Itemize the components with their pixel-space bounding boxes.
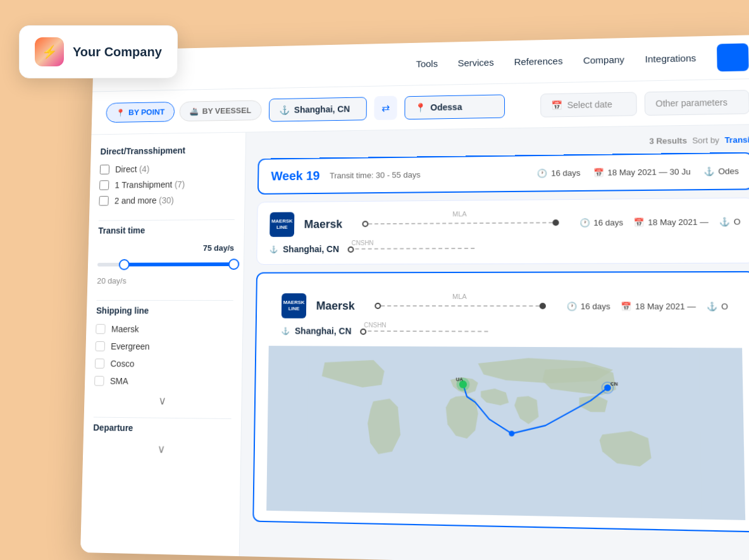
filter-1-transhipment: 1 Transhipment (7) [99, 179, 235, 190]
shipping-sma: SMA [94, 376, 232, 387]
route-visualization-2: MLA [374, 303, 545, 309]
filter-2-and-more: 2 and more (30) [99, 195, 235, 205]
transit-info: Transit time: 30 - 55 days [330, 170, 421, 180]
shipping-evergreen: Evergreen [96, 341, 233, 352]
week-destination: ⚓ Odes [703, 166, 739, 176]
results-area: 3 Results Sort by Transit Week 19 Transi… [240, 125, 749, 560]
origin-field[interactable]: ⚓ Shanghai, CN [268, 97, 366, 121]
route-card-1[interactable]: MAERSK LINE Maersk MLA [256, 198, 749, 265]
anchor-icon-r2: ⚓ [707, 301, 717, 311]
slider-thumb-min[interactable] [119, 259, 130, 270]
week-meta: 🕐 16 days 📅 18 May 2021 — 30 Ju ⚓ Odes [537, 166, 739, 178]
nav-cta-button[interactable] [717, 43, 749, 71]
route-header-1: MAERSK LINE Maersk MLA [269, 209, 741, 237]
anchor-icon-week: ⚓ [703, 167, 714, 176]
shipping-filter: Shipping line Maersk Evergreen Cosco SMA [94, 306, 233, 409]
divider-2 [97, 300, 233, 301]
route-code-2: MLA [452, 293, 467, 300]
shipping-maersk: Maersk [96, 324, 233, 334]
tab-by-vessel[interactable]: 🚢 BY VEESSEL [179, 100, 261, 121]
divider-1 [99, 219, 235, 221]
route-dates-2: 📅 18 May 2021 — [621, 301, 696, 311]
slider-max-value: 75 day/s [98, 243, 235, 253]
shipping-collapse[interactable]: ∨ [94, 393, 232, 408]
route-end-node-2 [539, 303, 545, 309]
main-content: Direct/Transshipment Direct (4) 1 Transh… [80, 125, 749, 560]
results-header: 3 Results Sort by Transit [258, 135, 749, 151]
route-dest-1: ⚓ O [719, 217, 741, 226]
route-start-node-2 [374, 303, 381, 309]
sma-checkbox[interactable] [94, 376, 104, 386]
route-dates-1: 📅 18 May 2021 — [634, 217, 709, 227]
carrier-logo-2: MAERSK LINE [282, 293, 307, 319]
browser-window: Tools Services References Company Integr… [80, 35, 749, 560]
destination-field[interactable]: 📍 Odessa [404, 94, 505, 119]
anchor-icon: ⚓ [279, 105, 290, 115]
route-card-2[interactable]: MAERSK LINE Maersk MLA [252, 271, 749, 533]
map-container: CN UA [266, 346, 745, 520]
1-transhipment-checkbox[interactable] [99, 180, 109, 190]
location-dot-icon: 📍 [116, 108, 125, 116]
route-bottom-2: ⚓ Shanghai, CN CNSHN [281, 326, 728, 337]
tab-by-point[interactable]: 📍 BY POINT [106, 102, 175, 123]
bottom-route-node-2 [360, 329, 366, 335]
2-and-more-checkbox[interactable] [99, 196, 108, 205]
swap-button[interactable]: ⇄ [374, 96, 397, 120]
route-duration-1: 🕐 16 days [579, 217, 623, 228]
week-label: Week 19 [271, 169, 319, 183]
route-dashed-line [368, 222, 552, 224]
nav-integrations[interactable]: Integrations [645, 52, 696, 64]
date-field[interactable]: 📅 Select date [540, 92, 637, 117]
filter-direct: Direct (4) [100, 163, 235, 174]
carrier-name-1: Maersk [304, 217, 343, 231]
shipping-cosco: Cosco [95, 358, 232, 369]
route-bottom-1: ⚓ Shanghai, CN CNSHN [269, 242, 741, 254]
vessel-icon: 🚢 [190, 107, 199, 116]
sort-value[interactable]: Transit [724, 135, 749, 145]
svg-text:UA: UA [456, 376, 464, 382]
nav-company[interactable]: Company [583, 54, 624, 66]
nav-references[interactable]: References [514, 56, 563, 67]
divider-3 [94, 417, 232, 419]
search-tabs: 📍 BY POINT 🚢 BY VEESSEL [106, 100, 261, 123]
anchor-small-1: ⚓ [269, 245, 278, 253]
transit-filter: Transit time 75 day/s 20 day/s [97, 225, 234, 286]
route-header-2: MAERSK LINE Maersk MLA [282, 293, 728, 319]
week-duration: 🕐 16 days [537, 168, 581, 178]
maersk-checkbox[interactable] [96, 324, 105, 334]
transshipment-filter: Direct/Transshipment Direct (4) 1 Transh… [99, 145, 235, 205]
calendar-icon: 📅 [551, 100, 562, 110]
route-bottom-line-2: CNSHN [361, 331, 488, 332]
slider-label-row: 20 day/s [97, 276, 233, 286]
slider-min-label: 20 day/s [97, 276, 127, 286]
carrier-name-2: Maersk [316, 299, 355, 312]
route-bottom-line: CNSHN [349, 248, 475, 250]
nav-tools[interactable]: Tools [416, 58, 438, 69]
pin-icon: 📍 [415, 102, 426, 113]
cosco-checkbox[interactable] [95, 358, 105, 368]
transit-slider-track[interactable] [97, 262, 234, 266]
map-card-header: MAERSK LINE Maersk MLA [269, 283, 742, 348]
week-card[interactable]: Week 19 Transit time: 30 - 55 days 🕐 16 … [257, 152, 749, 195]
other-params-field[interactable]: Other parameters [645, 90, 749, 116]
clock-icon-r2: 🕐 [566, 301, 577, 311]
slider-thumb-max[interactable] [228, 259, 240, 270]
nav-services[interactable]: Services [458, 57, 494, 68]
swap-icon: ⇄ [381, 102, 390, 113]
departure-title: Departure [93, 422, 231, 434]
evergreen-checkbox[interactable] [96, 341, 105, 351]
transshipment-title: Direct/Transshipment [100, 145, 235, 156]
calendar-icon-r1: 📅 [634, 217, 645, 227]
calendar-icon-week: 📅 [593, 168, 604, 178]
departure-collapse[interactable]: ∨ [92, 441, 231, 457]
route-meta-1: 🕐 16 days 📅 18 May 2021 — ⚓ O [579, 217, 741, 228]
route-dest-2: ⚓ O [707, 301, 728, 311]
route-end-node [552, 219, 559, 226]
company-logo-icon: ⚡ [35, 37, 64, 66]
direct-checkbox[interactable] [100, 164, 109, 174]
carrier-logo-1: MAERSK LINE [269, 212, 294, 237]
shipping-title: Shipping line [96, 306, 233, 316]
route-duration-2: 🕐 16 days [566, 301, 610, 311]
results-count: 3 Results [649, 136, 687, 146]
clock-icon: 🕐 [537, 169, 547, 178]
